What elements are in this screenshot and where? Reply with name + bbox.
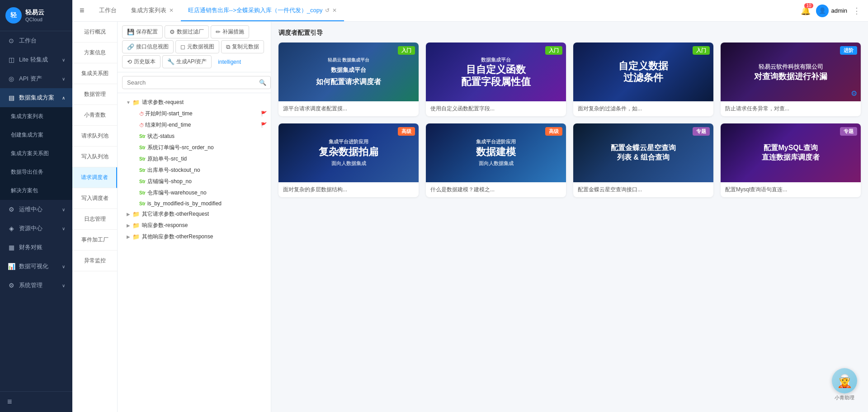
guide-card-1[interactable]: 轻易云 数据集成平台 数据集成平台 如何配置请求调度者 入门 源平台请求调度者配… [278, 43, 419, 116]
card-1-subtitle: 数据集成平台 [316, 66, 381, 75]
sidebar-item-resources[interactable]: ◈ 资源中心 ∨ [0, 219, 72, 238]
card-6-badge: 高级 [545, 127, 562, 136]
guide-card-3[interactable]: 自定义数据过滤条件 入门 面对复杂的过滤条件，如... [573, 43, 713, 116]
left-panel-write-queue[interactable]: 写入队列池 [72, 147, 117, 167]
tree-node-row-other-request[interactable]: ▶ 📁 其它请求参数-otherRequest [118, 208, 271, 220]
str-badge-4: Str [139, 168, 146, 173]
left-panel-request-mediator[interactable]: 请求调度者 [72, 167, 117, 188]
meta-icon: ◻ [180, 43, 185, 50]
card-6-title: 数据建模 [476, 146, 516, 158]
sidebar-label-sys-admin: 系统管理 [19, 281, 42, 289]
left-panel-write-mediator[interactable]: 写入调度者 [72, 188, 117, 209]
tree-node-row-end-time[interactable]: ⏱ 结束时间-end_time 🚩 [118, 119, 271, 131]
left-panel-anomaly-monitor[interactable]: 异常监控 [72, 251, 117, 271]
guide-card-7[interactable]: 配置金蝶云星空查询列表 & 组合查询 专题 配置金蝶云星空查询接口... [573, 123, 713, 197]
card-5-platform: 集成平台进阶应用 [319, 138, 378, 146]
folder-icon-2: 📁 [132, 211, 140, 218]
left-panel-log-manage[interactable]: 日志管理 [72, 209, 117, 230]
guide-card-6[interactable]: 集成平台进阶应用 数据建模 面向人数据集成 高级 什么是数据建模？建模之... [426, 123, 566, 197]
supplement-button[interactable]: ✏ 补漏措施 [211, 25, 249, 38]
sidebar-item-workbench[interactable]: ⊙ 工作台 [0, 31, 72, 50]
sidebar-item-solution-list[interactable]: 集成方案列表 [0, 107, 72, 126]
card-2-title: 目自定义函数配置字段属性值 [461, 64, 531, 88]
tree-node-row-src-tid[interactable]: Str 原始单号-src_tid [118, 153, 271, 165]
sidebar-item-solution-relations[interactable]: 集成方案关系图 [0, 144, 72, 163]
tab-editor[interactable]: 旺店通销售出库-->全蝶采购入库（一件代发）_copy ↺ ✕ [181, 0, 344, 21]
tree-node-row-warehouse-no[interactable]: Str 仓库编号-warehouse_no [118, 187, 271, 199]
sidebar-item-data-export[interactable]: 数据导出任务 [0, 163, 72, 181]
history-button[interactable]: ⟲ 历史版本 [122, 55, 160, 68]
left-panel-xiao-query[interactable]: 小青查数 [72, 105, 117, 126]
left-panel-request-queue[interactable]: 请求队列池 [72, 126, 117, 147]
card-1-overlay: 轻易云 数据集成平台 数据集成平台 如何配置请求调度者 [311, 52, 386, 92]
guide-card-8[interactable]: 配置MySQL查询直连数据库调度者 专题 配置Mysql查询语句直连... [721, 123, 861, 197]
sidebar-item-create-solution[interactable]: 创建集成方案 [0, 126, 72, 144]
topbar-more-icon[interactable]: ⋮ [853, 6, 861, 16]
sidebar-item-operations[interactable]: ⚙ 运维中心 ∨ [0, 200, 72, 219]
sidebar-item-sys-admin[interactable]: ⚙ 系统管理 ∨ [0, 276, 72, 295]
tree-node-row-shop-no[interactable]: Str 店铺编号-shop_no [118, 176, 271, 187]
guide-card-4[interactable]: 轻易云软件科技有限公司 对查询数据进行补漏 进阶 ⚙ 防止请求任务异常，对查..… [721, 43, 861, 116]
tab-solution-list[interactable]: 集成方案列表 ✕ [124, 0, 181, 21]
tab-solution-list-close[interactable]: ✕ [169, 7, 174, 14]
user-avatar[interactable]: 👤 admin [816, 5, 847, 17]
tree-node-row-is-by-modified[interactable]: Str is_by_modified-is_by_modified [118, 199, 271, 208]
tree-node-row-other-response[interactable]: ▶ 📁 其他响应参数-otherResponse [118, 231, 271, 242]
assistant-button[interactable]: 🧝 小青助理 [832, 368, 857, 401]
left-panel-integration-view[interactable]: 集成关系图 [72, 63, 117, 84]
tree-node-row-response[interactable]: ▶ 📁 响应参数-response [118, 220, 271, 231]
intelligent-button[interactable]: intelligent [213, 57, 245, 67]
left-panel-event-factory[interactable]: 事件加工厂 [72, 230, 117, 251]
content-area: 运行概况 方案信息 集成关系图 数据管理 小青查数 请求队列池 写入队列池 请求… [72, 22, 868, 412]
search-icon[interactable]: 🔍 [259, 79, 266, 86]
tree-node-row-status[interactable]: Str 状态-status [118, 131, 271, 142]
meta-view-button[interactable]: ◻ 元数据视图 [175, 40, 219, 53]
notification-button[interactable]: 🔔 10 [801, 6, 811, 16]
sidebar-item-data-integration[interactable]: ▤ 数据集成方案 ∧ [0, 88, 72, 107]
tree-toggle-other-response[interactable]: ▶ [125, 234, 132, 239]
tab-editor-refresh-icon[interactable]: ↺ [325, 7, 330, 14]
sidebar-label-data-export: 数据导出任务 [11, 168, 43, 176]
tree-toggle-response[interactable]: ▶ [125, 223, 132, 228]
tab-editor-close[interactable]: ✕ [332, 7, 337, 14]
guide-card-2[interactable]: 数据集成平台 目自定义函数配置字段属性值 入门 使用自定义函数配置字段... [426, 43, 566, 116]
sidebar-item-finance[interactable]: ▦ 财务对账 [0, 238, 72, 257]
copy-data-button[interactable]: ⧉ 复制元数据 [221, 40, 264, 53]
left-panel-overview[interactable]: 运行概况 [72, 22, 117, 43]
chevron-down-icon-viz: ∨ [62, 264, 65, 269]
save-config-button[interactable]: 💾 保存配置 [122, 25, 163, 38]
sidebar-item-api[interactable]: ◎ API 资产 ∨ [0, 69, 72, 88]
tree-node-row-stockout-no[interactable]: Str 出库单号-stockout_no [118, 165, 271, 176]
chevron-down-icon-ops: ∨ [62, 207, 65, 212]
gen-api-button[interactable]: 🔧 生成API资产 [162, 55, 212, 68]
data-filter-button[interactable]: ⚙ 数据过滤厂 [165, 25, 209, 38]
left-panel-data-manage[interactable]: 数据管理 [72, 84, 117, 105]
sidebar-label-solution-packages: 解决方案包 [11, 187, 38, 194]
tree-node-row-request-params[interactable]: ▼ 📁 请求参数-request [118, 97, 271, 108]
tree-node-row-start-time[interactable]: ⏱ 开始时间-start_time 🚩 [118, 108, 271, 119]
tab-workbench-label: 工作台 [99, 6, 117, 14]
guide-card-5[interactable]: 集成平台进阶应用 复杂数据拍扁 面向人数据集成 高级 面对复杂的多层数据结构..… [278, 123, 419, 197]
tree-toggle-request-params[interactable]: ▼ [125, 100, 132, 105]
sidebar-bottom: ≡ [0, 391, 72, 412]
sidebar-label-data-viz: 数据可视化 [19, 262, 48, 270]
interface-view-button[interactable]: 🔗 接口信息视图 [122, 40, 174, 53]
tree-toggle-other-request[interactable]: ▶ [125, 212, 132, 217]
tree-label-response: 响应参数-response [142, 222, 267, 229]
tree-label-shop-no: 店铺编号-shop_no [147, 178, 267, 185]
card-7-badge: 专题 [693, 127, 710, 136]
menu-toggle-icon[interactable]: ≡ [80, 6, 85, 15]
copy-data-label: 复制元数据 [232, 43, 259, 51]
left-panel-solution-info[interactable]: 方案信息 [72, 43, 117, 63]
sidebar-item-data-viz[interactable]: 📊 数据可视化 ∨ [0, 257, 72, 276]
str-badge-3: Str [139, 156, 146, 161]
sidebar-item-lite[interactable]: ◫ Lite 轻集成 ∨ [0, 50, 72, 69]
tab-workbench[interactable]: 工作台 [92, 0, 124, 21]
tree-node-row-src-order-no[interactable]: Str 系统订单编号-src_order_no [118, 142, 271, 153]
copy-icon: ⧉ [226, 43, 230, 51]
card-4-image: 轻易云软件科技有限公司 对查询数据进行补漏 进阶 ⚙ [721, 43, 861, 101]
sidebar: 轻 轻易云 QCIoud ⊙ 工作台 ◫ Lite 轻集成 ∨ ◎ API 资产… [0, 0, 72, 412]
sidebar-item-solution-packages[interactable]: 解决方案包 [0, 181, 72, 200]
sidebar-collapse-icon[interactable]: ≡ [7, 397, 12, 406]
search-input[interactable] [122, 76, 271, 89]
